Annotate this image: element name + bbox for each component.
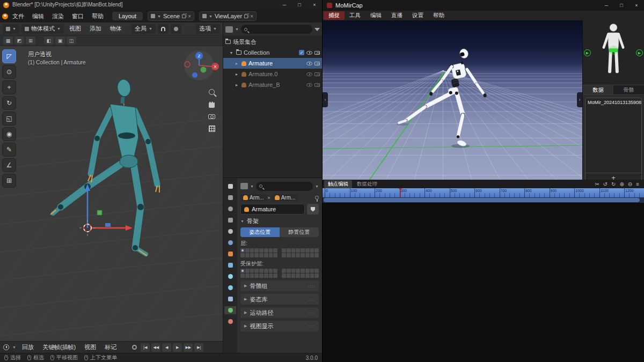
layer-toggle[interactable] <box>250 269 254 273</box>
maximize-button[interactable]: □ <box>614 0 629 11</box>
expand-icon[interactable]: ▸ <box>234 83 239 87</box>
layer-toggle[interactable] <box>259 253 264 257</box>
options-dropdown[interactable]: 选项▼ <box>196 24 220 34</box>
tab-data-processing[interactable]: 数据处理 <box>353 180 381 188</box>
rotate-left-button[interactable]: ▶ <box>584 49 591 56</box>
tab-constraints-icon[interactable] <box>224 295 236 303</box>
timeline-scrollbar[interactable] <box>323 197 644 203</box>
menu-file[interactable]: 文件 <box>9 11 28 21</box>
layer-toggle[interactable] <box>301 253 305 257</box>
tab-skeleton[interactable]: 骨骼 <box>613 85 644 94</box>
rest-position-button[interactable]: 静置位置 <box>280 227 319 237</box>
viewlayer-selector[interactable]: ▼ ViewLayer × <box>199 11 257 21</box>
blender-menu-icon[interactable] <box>2 13 8 19</box>
mode-selector[interactable]: 物体模式▼ <box>21 24 64 34</box>
add-cube-tool[interactable]: ⊞ <box>2 174 16 188</box>
timeline-menu-playback[interactable]: 回放 <box>19 342 36 352</box>
tool-setting-icon[interactable]: ▦ <box>3 36 13 45</box>
layer-toggle[interactable] <box>250 248 254 253</box>
properties-search-input[interactable] <box>256 182 313 191</box>
tool-setting-icon[interactable]: ◩ <box>14 36 24 45</box>
collection-checkbox[interactable]: ✓ <box>299 50 304 55</box>
layer-toggle[interactable] <box>264 269 268 273</box>
transform-tool[interactable]: ◉ <box>2 127 16 141</box>
orientation-selector[interactable]: 全局▼ <box>131 24 156 34</box>
render-visibility-icon[interactable] <box>314 72 320 76</box>
redo-icon[interactable]: ↻ <box>611 181 616 187</box>
layer-toggle[interactable] <box>273 274 277 278</box>
pose-position-button[interactable]: 姿态位置 <box>240 227 280 237</box>
filter-icon[interactable] <box>314 28 320 31</box>
tab-modifiers-icon[interactable] <box>224 261 236 269</box>
tab-contact-edit[interactable]: 触点编辑 <box>324 180 352 188</box>
measure-tool[interactable]: ∠ <box>2 158 16 172</box>
tab-output-icon[interactable] <box>224 205 236 213</box>
layer-toggle[interactable] <box>305 248 310 253</box>
scale-tool[interactable]: ◱ <box>2 112 16 125</box>
3d-viewport[interactable]: 用户透视 (1) Collection | Armature ◸ ⊙ + ↻ ◱… <box>0 46 223 341</box>
layer-toggle[interactable] <box>264 274 268 278</box>
drag-handle-icon[interactable]: :::: <box>308 311 315 315</box>
layer-toggle[interactable] <box>296 269 300 273</box>
layer-toggle[interactable] <box>254 274 259 278</box>
menu-help[interactable]: 帮助 <box>88 11 107 21</box>
layer-toggle[interactable] <box>254 248 259 253</box>
copy-icon[interactable] <box>244 14 248 18</box>
menu-icon[interactable]: ≡ <box>636 181 639 187</box>
timeline-menu-view[interactable]: 视图 <box>82 342 99 352</box>
tool-setting-icon[interactable]: ⊞ <box>26 36 35 45</box>
layer-toggle[interactable] <box>310 253 314 257</box>
drag-handle-icon[interactable]: :::: <box>308 324 315 329</box>
layer-toggle[interactable] <box>287 253 291 257</box>
layer-toggle[interactable] <box>250 253 254 257</box>
camera-view-icon[interactable] <box>208 114 215 119</box>
expand-icon[interactable]: ▾ <box>229 50 234 55</box>
layer-toggle[interactable] <box>282 253 286 257</box>
layer-toggle[interactable] <box>240 269 245 273</box>
layer-toggle[interactable] <box>296 248 300 253</box>
snap-toggle[interactable] <box>158 24 169 34</box>
menu-help[interactable]: 帮助 <box>428 11 449 20</box>
drag-handle-icon[interactable]: :::: <box>308 284 315 289</box>
layer-toggle[interactable] <box>245 269 250 273</box>
tab-render-icon[interactable] <box>224 194 236 202</box>
layer-toggle[interactable] <box>291 269 296 273</box>
scrollbar-handle[interactable] <box>324 198 640 202</box>
tab-data[interactable]: 数据 <box>583 85 613 94</box>
expand-icon[interactable]: ▸ <box>234 72 239 77</box>
add-icon[interactable]: ⊕ <box>619 181 624 187</box>
layer-toggle[interactable] <box>291 274 296 278</box>
pin-icon[interactable] <box>315 196 319 200</box>
tab-particles-icon[interactable] <box>224 272 236 280</box>
layer-toggle[interactable] <box>245 248 250 253</box>
layer-toggle[interactable] <box>240 253 245 257</box>
layer-toggle[interactable] <box>269 269 273 273</box>
layer-toggle[interactable] <box>301 269 305 273</box>
layer-toggle[interactable] <box>314 248 319 253</box>
layer-toggle[interactable] <box>314 274 319 278</box>
timeline-editor-icon[interactable] <box>3 344 9 350</box>
undo-icon[interactable]: ↺ <box>603 181 608 187</box>
layer-toggle[interactable] <box>259 269 264 273</box>
tool-setting-icon[interactable]: ◧ <box>44 36 54 45</box>
layer-toggle[interactable] <box>273 248 277 253</box>
menu-edit[interactable]: 编辑 <box>28 11 48 21</box>
render-visibility-icon[interactable] <box>314 62 320 65</box>
timeline-menu-keying[interactable]: 关键帧(插帧) <box>40 342 78 352</box>
jump-end-button[interactable]: ▶| <box>194 343 203 352</box>
layer-toggle[interactable] <box>259 274 264 278</box>
layer-toggle[interactable] <box>296 274 300 278</box>
annotate-tool[interactable]: ✎ <box>2 143 16 157</box>
section-bone-groups[interactable]: ▶骨骼组:::: <box>240 280 319 291</box>
body-map-figure[interactable] <box>592 23 635 83</box>
tab-material-icon[interactable] <box>224 317 236 326</box>
orthographic-grid-icon[interactable] <box>209 125 215 132</box>
hide-eye-icon[interactable] <box>306 62 312 65</box>
layer-toggle[interactable] <box>240 274 245 278</box>
prev-keyframe-button[interactable]: ◀◀ <box>151 343 160 352</box>
layer-toggle[interactable] <box>269 253 273 257</box>
layer-toggle[interactable] <box>301 248 305 253</box>
remove-icon[interactable]: ⊖ <box>628 181 632 187</box>
hide-eye-icon[interactable] <box>306 72 312 76</box>
gizmo-plane-handle[interactable] <box>105 223 111 227</box>
